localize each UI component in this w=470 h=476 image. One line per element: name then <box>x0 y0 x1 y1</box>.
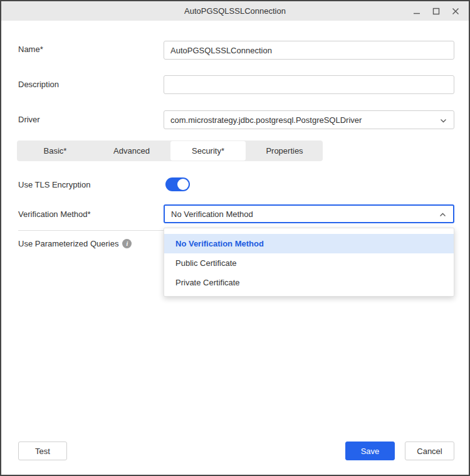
maximize-icon[interactable] <box>429 4 443 18</box>
tls-label: Use TLS Encryption <box>18 180 90 190</box>
tab-security[interactable]: Security* <box>170 141 246 161</box>
section-divider <box>18 230 164 231</box>
save-button[interactable]: Save <box>345 442 395 460</box>
tls-toggle-knob <box>177 179 189 190</box>
parameterized-queries-row: Use Parameterized Queries i <box>18 239 132 248</box>
tls-toggle[interactable] <box>165 177 190 191</box>
description-input[interactable] <box>164 75 454 94</box>
connection-dialog: AutoPGSQLSSLConnection Name* Description… <box>0 0 470 476</box>
tab-basic-label: Basic* <box>44 146 67 156</box>
tab-advanced[interactable]: Advanced <box>94 141 169 161</box>
tabbar: Basic* Advanced Security* Properties <box>17 140 323 161</box>
cancel-button[interactable]: Cancel <box>405 442 454 460</box>
driver-select[interactable]: com.microstrategy.jdbc.postgresql.Postgr… <box>164 110 454 129</box>
chevron-down-icon <box>440 117 447 126</box>
dropdown-option-no-verification[interactable]: No Verification Method <box>164 234 454 253</box>
verification-method-label: Verification Method* <box>18 209 91 219</box>
dropdown-option-public-certificate[interactable]: Public Certificate <box>164 253 454 273</box>
verification-method-dropdown: No Verification Method Public Certificat… <box>164 228 454 297</box>
driver-select-value: com.microstrategy.jdbc.postgresql.Postgr… <box>170 115 362 125</box>
tab-security-label: Security* <box>192 146 224 156</box>
minimize-icon[interactable] <box>410 4 424 18</box>
tab-properties-label: Properties <box>266 146 303 156</box>
dropdown-option-label: Private Certificate <box>175 278 240 287</box>
tab-advanced-label: Advanced <box>113 146 150 156</box>
parameterized-queries-label: Use Parameterized Queries <box>18 239 118 248</box>
verification-method-value: No Verification Method <box>171 209 253 219</box>
tab-properties[interactable]: Properties <box>247 141 322 161</box>
info-icon[interactable]: i <box>122 239 132 248</box>
window-title: AutoPGSQLSSLConnection <box>184 6 286 16</box>
dropdown-option-label: No Verification Method <box>175 239 264 248</box>
dropdown-option-label: Public Certificate <box>175 258 237 268</box>
close-icon[interactable] <box>449 4 462 18</box>
test-button[interactable]: Test <box>18 442 67 460</box>
tab-basic[interactable]: Basic* <box>18 141 93 161</box>
window-controls <box>410 1 462 21</box>
description-label: Description <box>18 80 59 90</box>
chevron-up-icon <box>439 211 446 220</box>
name-input[interactable] <box>164 41 454 60</box>
verification-method-select[interactable]: No Verification Method <box>164 204 454 223</box>
titlebar: AutoPGSQLSSLConnection <box>1 1 469 21</box>
name-label: Name* <box>18 45 43 55</box>
driver-label: Driver <box>18 115 40 125</box>
dropdown-option-private-certificate[interactable]: Private Certificate <box>164 273 454 292</box>
